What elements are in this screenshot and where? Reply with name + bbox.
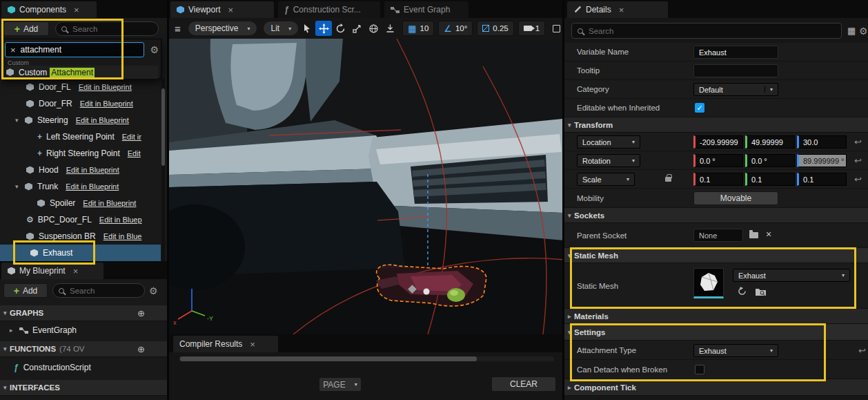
myblueprint-search[interactable] bbox=[52, 283, 145, 298]
scale-x-field[interactable]: 0.1 bbox=[693, 173, 743, 186]
components-scrollbar[interactable] bbox=[161, 79, 165, 261]
reset-location-icon[interactable]: ↩ bbox=[854, 137, 862, 147]
location-x-field[interactable]: -209.99999 bbox=[693, 135, 743, 149]
viewport-menu-icon[interactable]: ≡ bbox=[175, 23, 181, 35]
tab-details[interactable]: Details × bbox=[567, 1, 668, 18]
chevron-down-icon[interactable]: ▾ bbox=[15, 117, 25, 124]
edit-in-blueprint-link[interactable]: Edit in Blue bbox=[103, 232, 142, 240]
select-tool-button[interactable] bbox=[299, 21, 315, 36]
scale-snap-toggle[interactable]: 0.25 bbox=[477, 21, 513, 36]
edit-in-blueprint-link[interactable]: Edit bbox=[128, 149, 141, 158]
scale-y-field[interactable]: 0.1 bbox=[745, 173, 795, 186]
tree-item-steering[interactable]: ▾ Steering Edit in Blueprint bbox=[0, 112, 161, 128]
perspective-dropdown[interactable]: Perspective ▾ bbox=[188, 21, 258, 36]
display-filter-icon[interactable]: ▦ bbox=[847, 26, 856, 36]
surface-snapping-button[interactable] bbox=[382, 21, 398, 36]
add-function-icon[interactable]: ⊕ bbox=[137, 344, 145, 354]
close-icon[interactable]: × bbox=[228, 5, 233, 15]
rotation-dropdown[interactable]: Rotation ▾ bbox=[577, 154, 640, 167]
scrollbar-thumb[interactable] bbox=[180, 356, 477, 361]
edit-in-blueprint-link[interactable]: Edit ir bbox=[122, 133, 141, 141]
scale-lock-icon[interactable] bbox=[665, 177, 671, 182]
tooltip-input[interactable] bbox=[693, 64, 778, 77]
blueprint-settings-gear-icon[interactable]: ⚙ bbox=[149, 286, 158, 296]
close-icon[interactable]: × bbox=[74, 5, 79, 15]
reset-rotation-icon[interactable]: ↩ bbox=[854, 155, 862, 166]
details-search[interactable] bbox=[571, 23, 842, 39]
scale-tool-button[interactable] bbox=[348, 21, 365, 36]
clear-socket-icon[interactable]: × bbox=[766, 229, 771, 240]
reset-attachment-type-icon[interactable]: ↩ bbox=[858, 345, 866, 356]
materials-section-header[interactable]: ▸ Materials bbox=[564, 309, 868, 324]
tab-event-graph[interactable]: Event Graph bbox=[384, 1, 468, 18]
page-dropdown-button[interactable]: PAGE ▾ bbox=[319, 377, 362, 392]
category-dropdown[interactable]: Default ▾ bbox=[693, 83, 778, 96]
location-y-field[interactable]: 49.99999 bbox=[745, 135, 795, 149]
scale-z-field[interactable]: 0.1 bbox=[797, 173, 847, 186]
edit-in-blueprint-link[interactable]: Edit in Blueprint bbox=[83, 199, 136, 207]
graphs-section-header[interactable]: ▾ GRAPHS ⊕ bbox=[0, 305, 167, 321]
functions-section-header[interactable]: ▾ FUNCTIONS (74 OV ⊕ bbox=[0, 341, 167, 357]
tab-construction-script[interactable]: ƒ Construction Scr... bbox=[278, 1, 380, 18]
transform-section-header[interactable]: ▾ Transform bbox=[564, 117, 868, 133]
rotation-x-field[interactable]: 0.0 ° bbox=[693, 154, 743, 167]
tab-viewport[interactable]: Viewport × bbox=[170, 1, 274, 18]
component-tick-section-header[interactable]: ▸ Component Tick bbox=[564, 379, 868, 396]
add-blueprint-button[interactable]: + Add bbox=[3, 283, 48, 298]
browse-socket-icon[interactable] bbox=[749, 232, 758, 238]
camera-speed-control[interactable]: 1 bbox=[518, 21, 545, 36]
chevron-down-icon[interactable]: ▾ bbox=[15, 183, 25, 190]
add-graph-icon[interactable]: ⊕ bbox=[137, 308, 145, 318]
details-settings-gear-icon[interactable]: ⚙ bbox=[859, 26, 868, 36]
myblueprint-search-input[interactable] bbox=[68, 286, 139, 296]
tree-item-bpc-door-fl[interactable]: ⚙ BPC_Door_FL Edit in Bluep bbox=[0, 211, 161, 228]
lit-dropdown[interactable]: Lit ▾ bbox=[263, 21, 299, 36]
edit-in-blueprint-link[interactable]: Edit in Blueprint bbox=[66, 182, 119, 191]
interfaces-section-header[interactable]: ▾ INTERFACES bbox=[0, 380, 167, 396]
sockets-section-header[interactable]: ▾ Sockets bbox=[564, 208, 868, 223]
edit-in-blueprint-link[interactable]: Edit in Blueprint bbox=[79, 83, 132, 91]
edit-in-blueprint-link[interactable]: Edit in Blueprint bbox=[76, 116, 129, 124]
variable-name-input[interactable]: Exhaust bbox=[693, 46, 778, 59]
edit-in-blueprint-link[interactable]: Edit in Bluep bbox=[99, 216, 142, 224]
tree-item-right-steering-point[interactable]: + Right Steering Point Edit bbox=[0, 145, 161, 162]
filter-gear-icon[interactable]: ⚙ bbox=[150, 45, 159, 55]
scale-dropdown[interactable]: Scale ▾ bbox=[577, 173, 635, 186]
location-dropdown[interactable]: Location ▾ bbox=[577, 135, 640, 149]
tree-item-door-fl[interactable]: Door_FL Edit in Blueprint bbox=[0, 79, 161, 95]
mobility-movable-button[interactable]: Movable bbox=[693, 191, 778, 205]
tree-item-left-steering-point[interactable]: + Left Steering Point Edit ir bbox=[0, 128, 161, 145]
clear-button[interactable]: CLEAR bbox=[491, 377, 556, 392]
world-space-toggle[interactable] bbox=[365, 21, 382, 36]
rotate-tool-button[interactable] bbox=[332, 21, 348, 36]
location-z-field[interactable]: 30.0 bbox=[797, 135, 847, 149]
edit-in-blueprint-link[interactable]: Edit in Blueprint bbox=[66, 166, 119, 174]
tab-my-blueprint[interactable]: My Blueprint × bbox=[1, 263, 103, 279]
grid-snap-toggle[interactable]: ▦ 10 bbox=[402, 21, 434, 36]
tab-compiler-results[interactable]: Compiler Results × bbox=[173, 336, 278, 352]
close-icon[interactable]: × bbox=[250, 339, 255, 350]
tree-item-hood[interactable]: Hood Edit in Blueprint bbox=[0, 162, 161, 178]
tree-item-spoiler[interactable]: Spoiler Edit in Blueprint bbox=[0, 195, 161, 211]
constructionscript-item[interactable]: ƒ ConstructionScript bbox=[0, 359, 167, 376]
tab-components[interactable]: Components × bbox=[1, 1, 97, 18]
maximize-viewport-button[interactable] bbox=[548, 21, 564, 36]
rotation-snap-toggle[interactable]: ∠ 10° bbox=[438, 21, 473, 36]
details-search-input[interactable] bbox=[587, 26, 836, 36]
rotation-y-field[interactable]: 0.0 ° bbox=[745, 154, 795, 167]
chevron-right-icon[interactable]: ▸ bbox=[10, 327, 19, 334]
parent-socket-input[interactable]: None bbox=[693, 229, 743, 242]
eventgraph-item[interactable]: ▸ EventGraph bbox=[0, 322, 167, 339]
close-icon[interactable]: × bbox=[619, 5, 624, 15]
move-tool-button[interactable] bbox=[315, 21, 332, 36]
tree-item-trunk[interactable]: ▾ Trunk Edit in Blueprint bbox=[0, 178, 161, 195]
scrollbar-thumb[interactable] bbox=[161, 88, 165, 166]
rotation-z-field[interactable]: 89.999999 ° bbox=[797, 154, 847, 167]
reset-scale-icon[interactable]: ↩ bbox=[854, 174, 862, 184]
viewport-3d-scene[interactable]: x -Y bbox=[169, 39, 562, 334]
compiler-hscrollbar[interactable] bbox=[179, 356, 554, 361]
editable-when-inherited-checkbox[interactable]: ✓ bbox=[695, 103, 704, 113]
edit-in-blueprint-link[interactable]: Edit in Blueprint bbox=[80, 99, 133, 108]
tree-item-door-fr[interactable]: Door_FR Edit in Blueprint bbox=[0, 95, 161, 112]
close-icon[interactable]: × bbox=[73, 266, 79, 276]
